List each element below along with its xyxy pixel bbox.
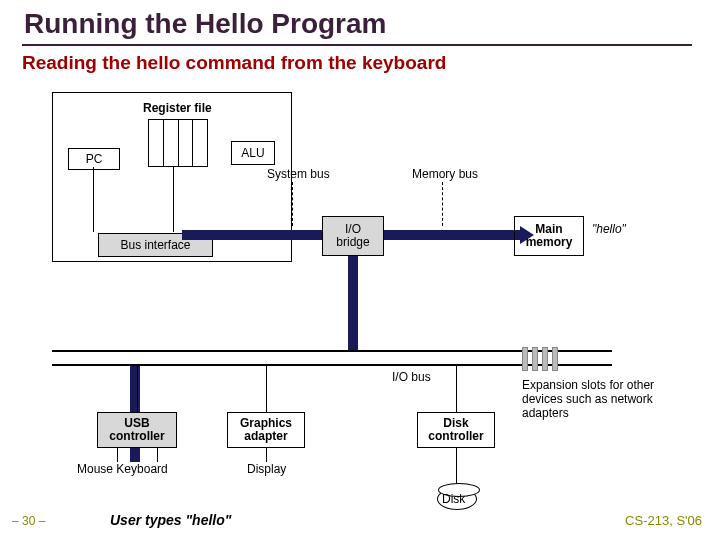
slide-subtitle: Reading the hello command from the keybo… <box>22 52 446 74</box>
display-label: Display <box>247 462 286 476</box>
usb-controller-box: USB controller <box>97 412 177 448</box>
memory-bus-label: Memory bus <box>412 167 478 181</box>
page-number: – 30 – <box>12 514 45 528</box>
graphics-adapter-box: Graphics adapter <box>227 412 305 448</box>
hello-string-label: "hello" <box>592 222 626 236</box>
course-code-footer: CS-213, S'06 <box>625 513 702 528</box>
title-underline <box>22 44 692 46</box>
expansion-slots-label: Expansion slots for other devices such a… <box>522 378 682 420</box>
pc-box: PC <box>68 148 120 170</box>
slide-title: Running the Hello Program <box>24 8 386 40</box>
system-bus-dash-arrow <box>292 182 293 226</box>
disk-label: Disk <box>442 492 465 506</box>
register-file <box>148 119 208 167</box>
usb-to-iobus-line <box>137 366 138 412</box>
graphics-to-iobus-line <box>266 366 267 412</box>
diskctrl-to-iobus-line <box>456 366 457 412</box>
main-memory-box: Main memory <box>514 216 584 256</box>
graphics-to-display-line <box>266 448 267 462</box>
system-diagram: Register file PC ALU Bus interface Syste… <box>22 82 702 512</box>
pc-to-bus-line <box>93 167 94 232</box>
usb-to-mouse-line <box>117 448 118 462</box>
system-bus-label: System bus <box>267 167 330 181</box>
alu-box: ALU <box>231 141 275 165</box>
usb-to-keyboard-line <box>157 448 158 462</box>
expansion-slots-icon <box>522 347 558 371</box>
disk-controller-box: Disk controller <box>417 412 495 448</box>
regfile-to-bus-line <box>173 167 174 232</box>
caption: User types "hello" <box>110 512 231 528</box>
io-bridge-box: I/O bridge <box>322 216 384 256</box>
io-bus-label: I/O bus <box>392 370 431 384</box>
register-file-label: Register file <box>143 101 212 115</box>
memory-bus-dash-arrow <box>442 182 443 226</box>
mouse-keyboard-label: Mouse Keyboard <box>77 462 168 476</box>
diskctrl-to-disk-line <box>456 448 457 488</box>
